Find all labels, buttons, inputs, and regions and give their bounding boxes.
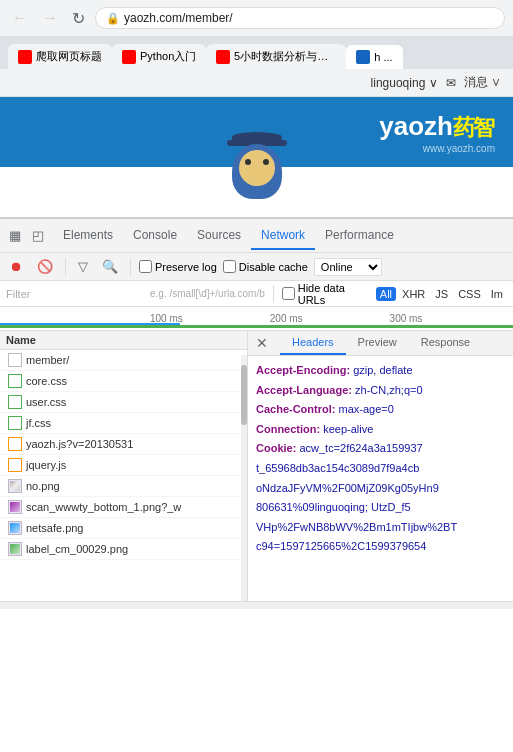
file-icon-jf-css: [8, 416, 22, 430]
logo-sub: www.yaozh.com: [379, 143, 495, 154]
tab-label-4: h ...: [374, 51, 392, 63]
tab-favicon-3: [216, 50, 230, 64]
filter-js[interactable]: JS: [431, 287, 452, 301]
timeline-area: 100 ms 200 ms 300 ms: [0, 307, 513, 331]
forward-button[interactable]: →: [38, 7, 62, 29]
disable-cache-checkbox[interactable]: [223, 260, 236, 273]
file-item-scan-png[interactable]: scan_wwwty_bottom_1.png?_w: [0, 497, 247, 518]
tab-console[interactable]: Console: [123, 222, 187, 250]
file-icon-scan-png: [8, 500, 22, 514]
preserve-log-text: Preserve log: [155, 261, 217, 273]
mascot: [222, 137, 292, 207]
site-content: yaozh药智 www.yaozh.com: [0, 97, 513, 217]
filter-img[interactable]: Im: [487, 287, 507, 301]
filter-bar: e.g. /small[\d]+/urla.com/b Hide data UR…: [0, 281, 513, 307]
refresh-button[interactable]: ↻: [68, 7, 89, 30]
preserve-log-checkbox[interactable]: [139, 260, 152, 273]
file-item-core-css[interactable]: core.css: [0, 371, 247, 392]
file-item-jf-css[interactable]: jf.css: [0, 413, 247, 434]
header-line-cookie-6: c94=1597125665%2C1599379654: [256, 538, 505, 556]
tab-elements[interactable]: Elements: [53, 222, 123, 250]
filter-button[interactable]: ▽: [74, 257, 92, 276]
headers-content: Accept-Encoding: gzip, deflate Accept-La…: [248, 356, 513, 596]
headers-panel: ✕ Headers Preview Response Accept-Encodi…: [248, 331, 513, 601]
tab-favicon-1: [18, 50, 32, 64]
tab-label-1: 爬取网页标题: [36, 49, 102, 64]
close-panel-button[interactable]: ✕: [248, 331, 276, 355]
devtools-horizontal-scrollbar[interactable]: [0, 601, 513, 609]
file-item-member[interactable]: member/: [0, 350, 247, 371]
messages-menu[interactable]: 消息 ∨: [464, 74, 501, 91]
file-name-jf-css: jf.css: [26, 417, 51, 429]
tab-label-2: Python入门: [140, 49, 196, 64]
file-list: member/ core.css user.css jf.css yaozh.j…: [0, 350, 247, 596]
site-header-bar: linguoqing ∨ ✉ 消息 ∨: [0, 69, 513, 97]
filter-separator: [273, 285, 274, 303]
tab-network[interactable]: Network: [251, 222, 315, 250]
tab-performance[interactable]: Performance: [315, 222, 404, 250]
tab-4[interactable]: h ...: [346, 45, 402, 69]
header-line-cache-control: Cache-Control: max-age=0: [256, 401, 505, 419]
header-line-cookie-4: 806631%09linguoqing; UtzD_f5: [256, 499, 505, 517]
navigation-bar: ← → ↻ 🔒 yaozh.com/member/: [0, 0, 513, 36]
filter-all[interactable]: All: [376, 287, 396, 301]
file-item-user-css[interactable]: user.css: [0, 392, 247, 413]
disable-cache-text: Disable cache: [239, 261, 308, 273]
logo-text: yaozh药智: [379, 110, 495, 143]
file-item-netsafe-png[interactable]: netsafe.png: [0, 518, 247, 539]
header-line-accept-language: Accept-Language: zh-CN,zh;q=0: [256, 382, 505, 400]
devtools-main-panel: Name member/ core.css user.css jf.css: [0, 331, 513, 601]
headers-tab-response[interactable]: Response: [409, 331, 483, 355]
devtools-inspect-button[interactable]: ▦: [4, 225, 26, 246]
file-list-header: Name: [0, 331, 247, 350]
tab-3[interactable]: 5小时数据分析与展...: [206, 44, 346, 69]
devtools-device-button[interactable]: ◰: [27, 225, 49, 246]
file-icon-label-png: [8, 542, 22, 556]
file-item-no-png[interactable]: no.png: [0, 476, 247, 497]
browser-tabs: 爬取网页标题 Python入门 5小时数据分析与展... h ...: [0, 37, 513, 69]
search-button[interactable]: 🔍: [98, 257, 122, 276]
record-button[interactable]: ⏺: [6, 257, 27, 276]
file-item-label-png[interactable]: label_cm_00029.png: [0, 539, 247, 560]
headers-tab-preview[interactable]: Preview: [346, 331, 409, 355]
user-menu[interactable]: linguoqing ∨: [371, 76, 438, 90]
file-icon-no-png: [8, 479, 22, 493]
filter-input[interactable]: [6, 288, 144, 300]
separator-1: [65, 258, 66, 276]
devtools: ▦ ◰ Elements Console Sources Network Per…: [0, 217, 513, 609]
header-line-cookie: Cookie: acw_tc=2f624a3a159937: [256, 440, 505, 458]
preserve-log-label[interactable]: Preserve log: [139, 260, 217, 273]
separator-2: [130, 258, 131, 276]
throttle-select[interactable]: Online Fast 3G Slow 3G Offline: [314, 258, 382, 276]
timeline-label-200: 200 ms: [270, 313, 303, 324]
file-name-label-png: label_cm_00029.png: [26, 543, 128, 555]
header-line-connection: Connection: keep-alive: [256, 421, 505, 439]
file-item-jquery-js[interactable]: jquery.js: [0, 455, 247, 476]
tab-label-3: 5小时数据分析与展...: [234, 49, 336, 64]
hide-data-urls-checkbox[interactable]: [282, 287, 295, 300]
back-button[interactable]: ←: [8, 7, 32, 29]
tab-sources[interactable]: Sources: [187, 222, 251, 250]
hide-data-urls-label[interactable]: Hide data URLs: [282, 282, 370, 306]
timeline-blue-bar: [0, 323, 180, 325]
tab-favicon-2: [122, 50, 136, 64]
filter-xhr[interactable]: XHR: [398, 287, 429, 301]
tab-1[interactable]: 爬取网页标题: [8, 44, 112, 69]
filter-css[interactable]: CSS: [454, 287, 485, 301]
file-name-user-css: user.css: [26, 396, 66, 408]
hide-data-urls-text: Hide data URLs: [298, 282, 370, 306]
headers-tab-headers[interactable]: Headers: [280, 331, 346, 355]
disable-cache-label[interactable]: Disable cache: [223, 260, 308, 273]
name-column-header: Name: [6, 334, 36, 346]
file-name-yaozh-js: yaozh.js?v=20130531: [26, 438, 133, 450]
file-item-yaozh-js[interactable]: yaozh.js?v=20130531: [0, 434, 247, 455]
filter-hint: e.g. /small[\d]+/urla.com/b: [150, 288, 265, 299]
file-list-scrollbar[interactable]: [241, 355, 247, 601]
stop-button[interactable]: 🚫: [33, 257, 57, 276]
filter-types: All XHR JS CSS Im: [376, 287, 507, 301]
file-icon-yaozh-js: [8, 437, 22, 451]
tab-favicon-4: [356, 50, 370, 64]
file-name-no-png: no.png: [26, 480, 60, 492]
address-bar[interactable]: 🔒 yaozh.com/member/: [95, 7, 505, 29]
tab-2[interactable]: Python入门: [112, 44, 206, 69]
